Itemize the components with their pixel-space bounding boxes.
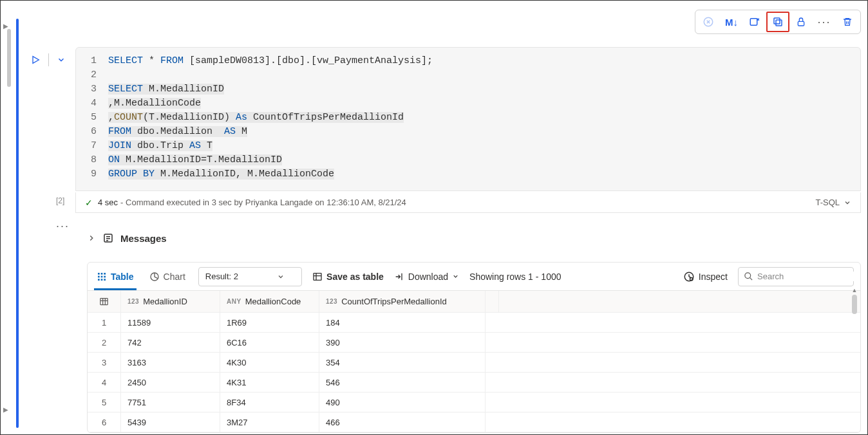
- results-panel: Table Chart Result: 2 Save as table: [87, 262, 861, 433]
- chevron-down-icon[interactable]: [844, 199, 851, 207]
- chevron-right-icon: [87, 234, 96, 243]
- expand-rail-icon-2[interactable]: ▶: [3, 406, 8, 413]
- table-row[interactable]: 424504K31546: [88, 373, 860, 393]
- cell-index: [2]: [56, 196, 64, 205]
- svg-rect-20: [314, 273, 321, 280]
- language-label[interactable]: T-SQL: [815, 198, 840, 207]
- results-toolbar: Table Chart Result: 2 Save as table: [88, 263, 860, 291]
- svg-rect-2: [774, 18, 780, 24]
- svg-rect-34: [100, 299, 108, 305]
- column-header-medallionid[interactable]: 123MedallionID: [121, 291, 220, 312]
- inspect-icon: [683, 271, 695, 282]
- table-grid-icon: [97, 272, 107, 282]
- svg-point-28: [690, 277, 693, 281]
- table-row[interactable]: 331634K30354: [88, 353, 860, 373]
- table-header-row: 123MedallionID ANYMedallionCode 123Count…: [88, 291, 860, 313]
- more-icon[interactable]: ···: [813, 12, 836, 32]
- cell-toolbar: M↓ ···: [695, 10, 861, 34]
- left-scrollbar-thumb[interactable]: [7, 29, 11, 87]
- svg-rect-3: [776, 20, 782, 26]
- scroll-thumb[interactable]: [852, 295, 857, 314]
- cell-menu-icon[interactable]: ···: [56, 219, 70, 233]
- chevron-down-icon: [452, 273, 459, 280]
- execution-status: ✓ 4 sec - Command executed in 3 sec by P…: [75, 192, 861, 213]
- success-check-icon: ✓: [85, 198, 93, 208]
- clear-output-icon[interactable]: [743, 12, 766, 32]
- save-as-table-button[interactable]: Save as table: [312, 272, 384, 282]
- messages-label: Messages: [120, 233, 167, 244]
- table-row[interactable]: 1115891R69184: [88, 313, 860, 333]
- svg-rect-10: [98, 273, 100, 275]
- pop-out-icon[interactable]: [766, 12, 789, 32]
- rows-info: Showing rows 1 - 1000: [469, 272, 561, 282]
- column-header-medallioncode[interactable]: ANYMedallionCode: [220, 291, 319, 312]
- svg-line-30: [750, 277, 752, 280]
- svg-rect-1: [750, 19, 757, 26]
- inspect-button[interactable]: Inspect: [683, 271, 728, 282]
- tab-table[interactable]: Table: [94, 263, 137, 290]
- svg-rect-15: [104, 275, 106, 277]
- svg-rect-16: [98, 279, 100, 281]
- table-icon: [312, 272, 323, 282]
- table-row[interactable]: 577518F34490: [88, 393, 860, 412]
- delete-icon[interactable]: [836, 12, 859, 32]
- svg-marker-5: [33, 57, 39, 64]
- scroll-up-icon[interactable]: ▲: [851, 287, 858, 293]
- search-input[interactable]: [757, 272, 861, 281]
- svg-point-29: [745, 273, 751, 279]
- markdown-toggle[interactable]: M↓: [720, 12, 743, 32]
- tab-chart[interactable]: Chart: [147, 263, 188, 290]
- run-cell-icon[interactable]: [30, 55, 41, 65]
- status-text: - Command executed in 3 sec by Priyanka …: [120, 198, 406, 207]
- svg-rect-18: [104, 279, 106, 281]
- results-table: 123MedallionID ANYMedallionCode 123Count…: [88, 291, 860, 432]
- main-area: M↓ ··· 1SELECT * FROM [sampleDW0813].[db…: [26, 7, 861, 428]
- lock-icon[interactable]: [789, 12, 813, 32]
- download-button[interactable]: Download: [394, 272, 459, 282]
- ai-assist-icon[interactable]: [697, 12, 720, 32]
- svg-rect-14: [101, 275, 103, 277]
- svg-rect-17: [101, 279, 103, 281]
- svg-rect-13: [98, 275, 100, 277]
- row-index-header[interactable]: [88, 291, 121, 312]
- search-icon: [744, 272, 753, 281]
- search-box[interactable]: [738, 267, 854, 286]
- svg-rect-12: [104, 273, 106, 275]
- separator: [48, 53, 49, 66]
- messages-icon: [102, 232, 114, 244]
- table-row[interactable]: 27426C16390: [88, 333, 860, 353]
- status-duration: 4 sec: [98, 198, 118, 207]
- cell-active-marker: [16, 19, 19, 428]
- result-select[interactable]: Result: 2: [198, 267, 302, 286]
- chevron-down-icon: [277, 273, 285, 281]
- svg-rect-4: [798, 21, 804, 26]
- messages-section-header[interactable]: Messages: [87, 232, 167, 244]
- code-editor[interactable]: 1SELECT * FROM [sampleDW0813].[dbo].[vw_…: [75, 47, 861, 191]
- pie-chart-icon: [149, 272, 160, 282]
- table-row[interactable]: 654393M27466: [88, 412, 860, 432]
- run-controls: [30, 53, 66, 66]
- run-options-chevron-icon[interactable]: [57, 55, 66, 64]
- svg-rect-11: [101, 273, 103, 275]
- column-header-count[interactable]: 123CountOfTripsPerMedallionId: [319, 291, 486, 312]
- results-scrollbar[interactable]: ▲: [851, 287, 858, 430]
- download-icon: [394, 272, 404, 282]
